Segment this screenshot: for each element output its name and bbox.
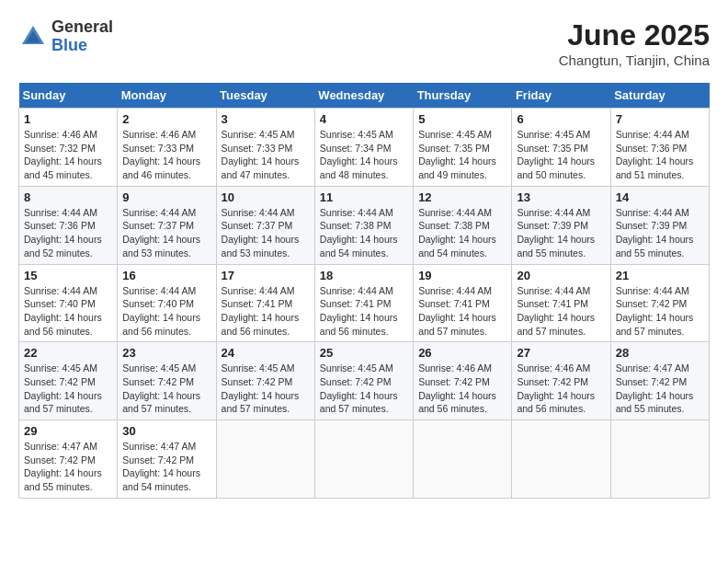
day-number: 28	[616, 346, 704, 360]
day-number: 30	[122, 424, 210, 438]
calendar-day-cell: 10 Sunrise: 4:44 AM Sunset: 7:37 PM Dayl…	[216, 186, 314, 264]
sunrise-label: Sunrise: 4:45 AM	[222, 362, 295, 373]
sunset-label: Sunset: 7:42 PM	[517, 376, 588, 387]
calendar-day-cell: 21 Sunrise: 4:44 AM Sunset: 7:42 PM Dayl…	[610, 264, 709, 342]
calendar-day-cell: 23 Sunrise: 4:45 AM Sunset: 7:42 PM Dayl…	[118, 342, 216, 420]
calendar-day-cell: 30 Sunrise: 4:47 AM Sunset: 7:42 PM Dayl…	[118, 420, 216, 499]
day-info: Sunrise: 4:45 AM Sunset: 7:33 PM Dayligh…	[222, 128, 310, 182]
calendar-day-cell: 8 Sunrise: 4:44 AM Sunset: 7:36 PM Dayli…	[19, 186, 118, 264]
sunset-label: Sunset: 7:42 PM	[616, 298, 688, 309]
day-info: Sunrise: 4:44 AM Sunset: 7:39 PM Dayligh…	[517, 206, 605, 260]
day-number: 2	[122, 112, 210, 126]
sunrise-label: Sunrise: 4:47 AM	[616, 362, 689, 373]
sunset-label: Sunset: 7:42 PM	[122, 376, 194, 387]
weekday-header-row: SundayMondayTuesdayWednesdayThursdayFrid…	[19, 83, 710, 109]
calendar-day-cell: 24 Sunrise: 4:45 AM Sunset: 7:42 PM Dayl…	[216, 342, 314, 420]
day-number: 12	[418, 190, 506, 204]
sunset-label: Sunset: 7:42 PM	[24, 376, 96, 387]
sunset-label: Sunset: 7:41 PM	[418, 298, 490, 309]
calendar-day-cell	[414, 420, 512, 499]
calendar-day-cell: 12 Sunrise: 4:44 AM Sunset: 7:38 PM Dayl…	[414, 186, 512, 264]
sunrise-label: Sunrise: 4:44 AM	[320, 207, 393, 218]
day-info: Sunrise: 4:45 AM Sunset: 7:42 PM Dayligh…	[222, 362, 310, 416]
daylight-label: Daylight: 14 hours and 56 minutes.	[320, 312, 398, 337]
calendar-day-cell: 26 Sunrise: 4:46 AM Sunset: 7:42 PM Dayl…	[414, 342, 512, 420]
daylight-label: Daylight: 14 hours and 57 minutes.	[616, 312, 694, 337]
calendar-day-cell: 18 Sunrise: 4:44 AM Sunset: 7:41 PM Dayl…	[314, 264, 413, 342]
daylight-label: Daylight: 14 hours and 50 minutes.	[517, 155, 595, 180]
daylight-label: Daylight: 14 hours and 56 minutes.	[418, 390, 496, 415]
day-info: Sunrise: 4:44 AM Sunset: 7:40 PM Dayligh…	[122, 284, 210, 339]
sunrise-label: Sunrise: 4:46 AM	[418, 362, 492, 373]
daylight-label: Daylight: 14 hours and 53 minutes.	[222, 234, 300, 259]
daylight-label: Daylight: 14 hours and 51 minutes.	[616, 155, 694, 180]
logo-icon	[18, 22, 48, 52]
sunrise-label: Sunrise: 4:44 AM	[616, 129, 689, 140]
sunset-label: Sunset: 7:40 PM	[24, 298, 96, 309]
sunset-label: Sunset: 7:41 PM	[222, 298, 293, 309]
sunset-label: Sunset: 7:32 PM	[24, 143, 96, 154]
day-info: Sunrise: 4:46 AM Sunset: 7:33 PM Dayligh…	[122, 128, 210, 182]
day-number: 26	[418, 346, 506, 360]
day-number: 6	[517, 112, 605, 126]
calendar-day-cell: 28 Sunrise: 4:47 AM Sunset: 7:42 PM Dayl…	[610, 342, 709, 420]
calendar-day-cell: 11 Sunrise: 4:44 AM Sunset: 7:38 PM Dayl…	[314, 186, 413, 264]
daylight-label: Daylight: 14 hours and 57 minutes.	[222, 390, 300, 415]
day-number: 8	[24, 190, 112, 204]
weekday-header: Friday	[512, 83, 610, 109]
day-info: Sunrise: 4:45 AM Sunset: 7:35 PM Dayligh…	[418, 128, 506, 182]
daylight-label: Daylight: 14 hours and 55 minutes.	[517, 234, 595, 259]
day-number: 11	[320, 190, 408, 204]
sunset-label: Sunset: 7:39 PM	[616, 220, 688, 231]
sunset-label: Sunset: 7:37 PM	[222, 220, 293, 231]
calendar-day-cell: 9 Sunrise: 4:44 AM Sunset: 7:37 PM Dayli…	[118, 186, 216, 264]
day-info: Sunrise: 4:45 AM Sunset: 7:42 PM Dayligh…	[24, 362, 112, 416]
sunset-label: Sunset: 7:41 PM	[320, 298, 392, 309]
day-info: Sunrise: 4:46 AM Sunset: 7:32 PM Dayligh…	[24, 128, 112, 182]
sunset-label: Sunset: 7:34 PM	[320, 143, 392, 154]
calendar-day-cell: 15 Sunrise: 4:44 AM Sunset: 7:40 PM Dayl…	[19, 264, 118, 342]
sunset-label: Sunset: 7:38 PM	[418, 220, 490, 231]
daylight-label: Daylight: 14 hours and 55 minutes.	[616, 234, 694, 259]
location: Changtun, Tianjin, China	[559, 52, 710, 68]
day-info: Sunrise: 4:44 AM Sunset: 7:38 PM Dayligh…	[418, 206, 506, 260]
day-info: Sunrise: 4:44 AM Sunset: 7:41 PM Dayligh…	[418, 284, 506, 339]
daylight-label: Daylight: 14 hours and 57 minutes.	[320, 390, 398, 415]
day-info: Sunrise: 4:45 AM Sunset: 7:42 PM Dayligh…	[122, 362, 210, 416]
sunrise-label: Sunrise: 4:44 AM	[24, 207, 97, 218]
calendar-day-cell: 22 Sunrise: 4:45 AM Sunset: 7:42 PM Dayl…	[19, 342, 118, 420]
logo-blue: Blue	[51, 37, 113, 55]
sunrise-label: Sunrise: 4:44 AM	[418, 207, 492, 218]
sunrise-label: Sunrise: 4:46 AM	[517, 362, 590, 373]
daylight-label: Daylight: 14 hours and 54 minutes.	[320, 234, 398, 259]
sunset-label: Sunset: 7:42 PM	[418, 376, 490, 387]
day-info: Sunrise: 4:47 AM Sunset: 7:42 PM Dayligh…	[616, 362, 704, 416]
calendar-table: SundayMondayTuesdayWednesdayThursdayFrid…	[18, 83, 710, 499]
sunrise-label: Sunrise: 4:45 AM	[320, 362, 393, 373]
day-info: Sunrise: 4:44 AM Sunset: 7:38 PM Dayligh…	[320, 206, 408, 260]
calendar-day-cell	[314, 420, 413, 499]
day-number: 24	[222, 346, 310, 360]
sunrise-label: Sunrise: 4:44 AM	[320, 285, 393, 296]
sunset-label: Sunset: 7:35 PM	[418, 143, 490, 154]
sunset-label: Sunset: 7:42 PM	[122, 454, 194, 465]
day-number: 13	[517, 190, 605, 204]
day-info: Sunrise: 4:44 AM Sunset: 7:37 PM Dayligh…	[122, 206, 210, 260]
day-number: 16	[122, 269, 210, 282]
calendar-week-row: 15 Sunrise: 4:44 AM Sunset: 7:40 PM Dayl…	[19, 264, 710, 342]
sunset-label: Sunset: 7:42 PM	[24, 454, 96, 465]
daylight-label: Daylight: 14 hours and 57 minutes.	[517, 312, 595, 337]
day-info: Sunrise: 4:46 AM Sunset: 7:42 PM Dayligh…	[418, 362, 506, 416]
day-info: Sunrise: 4:44 AM Sunset: 7:36 PM Dayligh…	[616, 128, 704, 182]
day-number: 17	[222, 269, 310, 282]
sunrise-label: Sunrise: 4:44 AM	[122, 207, 196, 218]
day-number: 20	[517, 269, 605, 282]
day-number: 23	[122, 346, 210, 360]
day-number: 10	[222, 190, 310, 204]
weekday-header: Thursday	[414, 83, 512, 109]
day-info: Sunrise: 4:45 AM Sunset: 7:35 PM Dayligh…	[517, 128, 605, 182]
sunrise-label: Sunrise: 4:45 AM	[517, 129, 590, 140]
day-info: Sunrise: 4:44 AM Sunset: 7:42 PM Dayligh…	[616, 284, 704, 339]
calendar-day-cell: 13 Sunrise: 4:44 AM Sunset: 7:39 PM Dayl…	[512, 186, 610, 264]
calendar-day-cell: 1 Sunrise: 4:46 AM Sunset: 7:32 PM Dayli…	[19, 109, 118, 187]
